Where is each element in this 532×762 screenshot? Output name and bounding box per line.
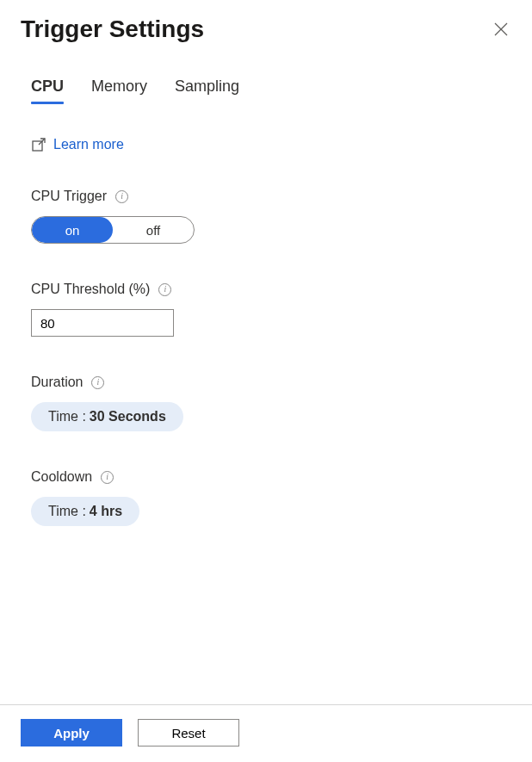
tab-memory[interactable]: Memory	[91, 72, 147, 104]
toggle-off[interactable]: off	[113, 217, 194, 243]
learn-more-label: Learn more	[53, 137, 124, 152]
close-icon	[494, 22, 508, 36]
info-icon[interactable]: i	[158, 283, 171, 296]
cpu-trigger-toggle[interactable]: on off	[31, 216, 195, 244]
cooldown-label: Cooldown	[31, 469, 92, 485]
toggle-on[interactable]: on	[32, 217, 113, 243]
info-icon[interactable]: i	[91, 376, 104, 389]
info-icon[interactable]: i	[115, 190, 128, 203]
duration-label: Duration	[31, 375, 83, 390]
footer: Apply Reset	[0, 704, 532, 762]
cpu-trigger-label: CPU Trigger	[31, 189, 107, 204]
tab-list: CPU Memory Sampling	[31, 72, 501, 104]
cooldown-pill-value: 4 hrs	[90, 504, 122, 519]
tab-sampling[interactable]: Sampling	[175, 72, 239, 104]
reset-button[interactable]: Reset	[138, 719, 239, 747]
cpu-threshold-input[interactable]	[31, 309, 174, 337]
apply-button[interactable]: Apply	[21, 719, 122, 747]
duration-pill-label: Time :	[48, 409, 86, 424]
learn-more-link[interactable]: Learn more	[31, 137, 124, 152]
duration-pill-value: 30 Seconds	[90, 409, 166, 424]
cooldown-pill-label: Time :	[48, 504, 86, 519]
external-link-icon	[31, 137, 46, 152]
tab-cpu[interactable]: CPU	[31, 72, 64, 104]
cooldown-pill[interactable]: Time : 4 hrs	[31, 497, 139, 526]
page-title: Trigger Settings	[21, 15, 204, 43]
close-button[interactable]	[491, 19, 511, 40]
duration-pill[interactable]: Time : 30 Seconds	[31, 402, 183, 431]
cpu-threshold-label: CPU Threshold (%)	[31, 282, 150, 297]
info-icon[interactable]: i	[101, 471, 114, 484]
